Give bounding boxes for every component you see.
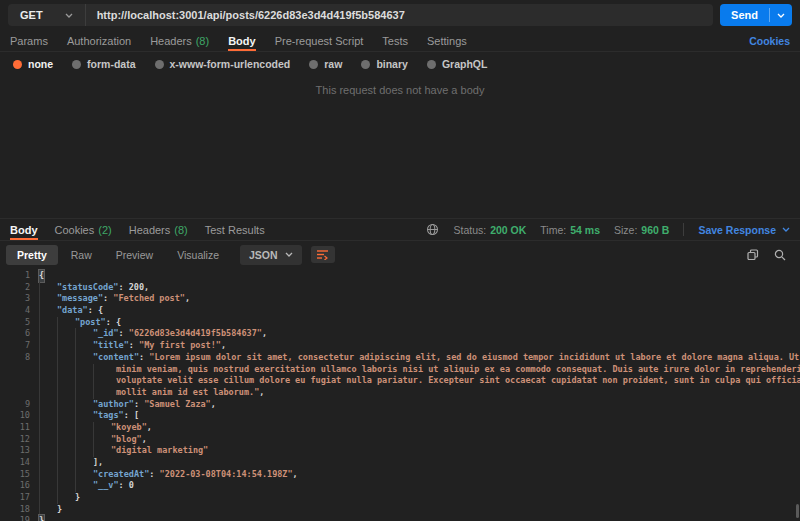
line-number: 10 [0, 410, 30, 422]
token: : [118, 282, 128, 294]
token: } [57, 504, 62, 516]
indent-guide [39, 387, 57, 399]
globe-icon[interactable] [426, 223, 439, 236]
token: "data" [57, 305, 88, 317]
code-line: 16"__v": 0 [0, 480, 800, 492]
indent-guide [57, 434, 75, 446]
body-type-x-www-form-urlencoded[interactable]: x-www-form-urlencoded [155, 58, 291, 70]
copy-button[interactable] [747, 249, 759, 261]
send-options-button[interactable] [770, 13, 792, 18]
indent-guide [57, 340, 75, 352]
token: mollit anim id est laborum." [116, 387, 259, 399]
indent-guide [75, 387, 93, 399]
line-number: 19 [0, 515, 30, 521]
line-number: 9 [0, 399, 30, 411]
view-tab-visualize[interactable]: Visualize [166, 245, 230, 265]
body-type-raw[interactable]: raw [309, 58, 342, 70]
search-button[interactable] [774, 249, 786, 261]
body-type-none[interactable]: none [13, 58, 53, 70]
format-label: JSON [249, 249, 278, 261]
code-text: voluptate velit esse cillum dolore eu fu… [37, 375, 800, 387]
code-text: { [37, 270, 44, 282]
indent-guide [93, 445, 111, 457]
format-select[interactable]: JSON [240, 245, 302, 265]
tab-settings[interactable]: Settings [427, 30, 467, 51]
line-number: 17 [0, 492, 30, 504]
code-text: ], [37, 457, 103, 469]
body-type-binary[interactable]: binary [361, 58, 408, 70]
time-field: Time: 54 ms [540, 224, 600, 236]
tab-headers[interactable]: Headers(8) [150, 30, 209, 51]
code-text: "content": "Lorem ipsum dolor sit amet, … [37, 352, 800, 364]
view-tab-preview[interactable]: Preview [105, 245, 164, 265]
url-input[interactable]: http://localhost:3001/api/posts/6226d83e… [86, 9, 416, 21]
token: ], [93, 457, 103, 469]
tab-label: Pre-request Script [275, 35, 364, 47]
body-type-graphql[interactable]: GraphQL [427, 58, 488, 70]
indent-guide [57, 457, 75, 469]
indent-guide [75, 399, 93, 411]
response-view-bar: PrettyRawPreviewVisualize JSON [0, 242, 800, 267]
indent-guide [39, 340, 57, 352]
radio-label: none [28, 58, 53, 70]
send-button-label: Send [720, 9, 769, 21]
token: , [144, 282, 149, 294]
indent-guide [75, 340, 93, 352]
scrollbar-thumb[interactable] [796, 504, 799, 518]
radio-icon [13, 60, 22, 69]
response-tab-count: (8) [174, 224, 187, 236]
response-tab-label: Test Results [205, 224, 265, 236]
response-tab-test-results[interactable]: Test Results [205, 219, 265, 240]
line-number: 14 [0, 457, 30, 469]
indent-guide [93, 434, 111, 446]
line-number: 7 [0, 340, 30, 352]
wrap-text-button[interactable] [311, 246, 335, 263]
tab-params[interactable]: Params [10, 30, 48, 51]
send-button[interactable]: Send [720, 4, 792, 26]
token: "koyeb" [111, 422, 147, 434]
token: "message" [57, 293, 103, 305]
copy-icon [747, 249, 759, 261]
wrap-text-icon [316, 249, 329, 260]
line-number: 5 [0, 317, 30, 329]
status-field: Status: 200 OK [453, 224, 526, 236]
radio-label: raw [324, 58, 342, 70]
token: "statusCode" [57, 282, 118, 294]
search-icon [774, 249, 786, 261]
cookies-link[interactable]: Cookies [749, 35, 790, 47]
indent-guide [57, 469, 75, 481]
indent-guide [75, 352, 93, 364]
tab-pre-request-script[interactable]: Pre-request Script [275, 30, 364, 51]
code-text: "blog", [37, 434, 147, 446]
tab-authorization[interactable]: Authorization [67, 30, 131, 51]
token: "My first post!" [139, 340, 221, 352]
response-tabs: BodyCookies(2)Headers(8)Test Results Sta… [0, 218, 800, 241]
line-number: 18 [0, 504, 30, 516]
response-tab-headers[interactable]: Headers(8) [129, 219, 188, 240]
token: : [119, 480, 129, 492]
line-number: 3 [0, 293, 30, 305]
code-line: 11"koyeb", [0, 422, 800, 434]
response-tab-cookies[interactable]: Cookies(2) [55, 219, 112, 240]
divider [683, 223, 684, 236]
body-type-form-data[interactable]: form-data [72, 58, 135, 70]
tab-body[interactable]: Body [228, 30, 256, 51]
indent-guide [57, 317, 75, 329]
indent-guide [39, 410, 57, 422]
token: , [221, 340, 226, 352]
tab-tests[interactable]: Tests [382, 30, 408, 51]
token: "2022-03-08T04:14:54.198Z" [160, 469, 293, 481]
indent-guide [75, 434, 93, 446]
indent-guide [39, 504, 57, 516]
indent-guide [75, 422, 93, 434]
code-line: 1{ [0, 270, 800, 282]
indent-guide [57, 328, 75, 340]
view-tab-raw[interactable]: Raw [60, 245, 103, 265]
token: } [75, 492, 80, 504]
response-tab-body[interactable]: Body [10, 219, 38, 240]
save-response-button[interactable]: Save Response [698, 224, 790, 236]
token: "Samuel Zaza" [144, 399, 211, 411]
method-select[interactable]: GET [8, 4, 85, 26]
view-tab-pretty[interactable]: Pretty [6, 245, 58, 265]
code-text: minim veniam, quis nostrud exercitation … [37, 364, 800, 376]
